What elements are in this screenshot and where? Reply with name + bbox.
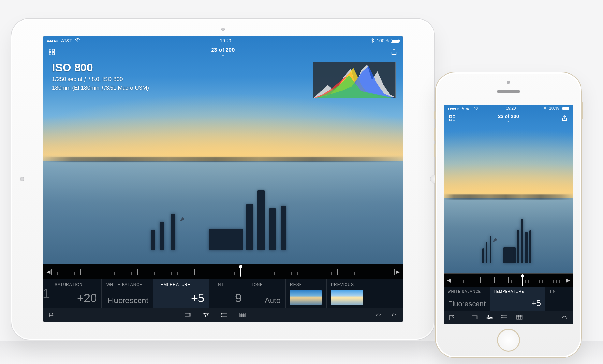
presets-icon[interactable] — [221, 312, 228, 317]
adjustment-panels: 1 SATURATION +20 WHITE BALANCE Fluoresce… — [43, 279, 403, 308]
battery-icon — [391, 39, 399, 43]
iphone-device: AT&T 19:20 100% — [435, 72, 582, 358]
svg-rect-5 — [185, 313, 190, 316]
status-bar: AT&T 19:20 100% — [444, 105, 573, 112]
undo-icon[interactable] — [561, 315, 568, 320]
panel-temperature[interactable]: TEMPERATURE +5 — [153, 279, 209, 308]
crop-icon[interactable] — [471, 315, 478, 320]
svg-rect-16 — [450, 119, 452, 121]
svg-rect-1 — [49, 49, 51, 51]
svg-rect-3 — [49, 53, 51, 55]
svg-point-6 — [204, 313, 205, 314]
panel-tone[interactable]: TONE Auto — [246, 279, 286, 308]
svg-rect-12 — [240, 313, 245, 317]
grid-icon[interactable] — [48, 49, 55, 56]
svg-rect-14 — [450, 116, 452, 118]
adjust-icon[interactable] — [202, 312, 210, 317]
panel-tint[interactable]: TINT 9 — [209, 279, 246, 308]
iphone-home-button[interactable] — [497, 329, 520, 352]
undo-icon[interactable] — [390, 312, 398, 317]
panel-tint-partial[interactable]: TIN — [545, 287, 573, 311]
svg-point-11 — [221, 316, 222, 317]
lens-label: 180mm (EF180mm ƒ/3.5L Macro USM) — [52, 84, 149, 92]
svg-point-20 — [490, 317, 492, 318]
wifi-icon — [474, 106, 478, 111]
grid-overlay-icon[interactable] — [239, 312, 246, 317]
svg-point-10 — [221, 315, 222, 315]
panel-reset[interactable]: RESET — [286, 279, 327, 308]
share-icon[interactable] — [390, 49, 398, 56]
bottom-toolbar — [444, 311, 573, 324]
iphone-volume-up — [434, 128, 436, 141]
redo-icon[interactable] — [375, 312, 382, 317]
chevron-down-icon[interactable]: ⌄ — [43, 53, 403, 57]
battery-icon — [562, 107, 569, 110]
svg-point-0 — [77, 41, 78, 42]
photo-viewport[interactable]: AT&T 19:20 100% — [43, 36, 403, 264]
svg-point-23 — [502, 317, 502, 318]
ipad-device: AT&T 19:20 100% — [11, 18, 435, 340]
carrier-label: AT&T — [462, 106, 471, 111]
wifi-icon — [75, 38, 80, 43]
svg-point-7 — [207, 314, 208, 315]
panel-temperature[interactable]: TEMPERATURE +5 — [490, 287, 545, 311]
ipad-screen: AT&T 19:20 100% — [43, 36, 403, 322]
app-top-bar: 23 of 200 ⌄ — [444, 112, 573, 124]
photo-counter[interactable]: 23 of 200 — [498, 113, 519, 119]
svg-point-21 — [488, 318, 490, 319]
svg-point-24 — [502, 319, 502, 319]
svg-rect-18 — [472, 316, 477, 319]
chevron-down-icon[interactable]: ⌄ — [444, 119, 573, 123]
panel-white-balance[interactable]: WHITE BALANCE Fluorescent — [102, 279, 153, 308]
status-bar: AT&T 19:20 100% — [43, 36, 403, 45]
svg-rect-2 — [52, 49, 54, 51]
iso-label: ISO 800 — [52, 61, 149, 74]
share-icon[interactable] — [561, 115, 568, 122]
svg-point-9 — [221, 313, 222, 314]
photo-metadata: ISO 800 1/250 sec at ƒ / 8.0, ISO 800 18… — [52, 61, 149, 92]
iphone-volume-down — [434, 144, 436, 157]
app-top-bar: 23 of 200 ⌄ — [43, 45, 403, 59]
slider-right-arrow[interactable]: ▶ — [394, 269, 401, 275]
presets-icon[interactable] — [501, 315, 508, 320]
photo-counter[interactable]: 23 of 200 — [211, 47, 235, 53]
svg-point-22 — [502, 315, 502, 316]
status-time: 19:20 — [220, 38, 231, 43]
ipad-home-dot — [20, 177, 24, 181]
iphone-power-button — [581, 102, 583, 119]
panel-white-balance[interactable]: WHITE BALANCE Fluorescent — [444, 287, 490, 311]
svg-point-13 — [476, 109, 477, 110]
grid-overlay-icon[interactable] — [516, 315, 523, 320]
bottom-toolbar — [43, 308, 403, 322]
battery-percent: 100% — [377, 38, 389, 43]
value-slider[interactable]: ◀ ▶ — [444, 273, 573, 287]
crop-icon[interactable] — [184, 312, 191, 317]
flag-icon[interactable] — [449, 315, 456, 320]
value-slider[interactable]: ◀ ▶ — [43, 264, 403, 279]
panel-saturation[interactable]: SATURATION +20 — [50, 279, 102, 308]
status-time: 19:20 — [506, 106, 516, 111]
iphone-earpiece — [497, 90, 520, 93]
svg-rect-17 — [453, 119, 455, 121]
battery-percent: 100% — [549, 106, 559, 111]
histogram[interactable] — [313, 62, 396, 98]
slider-left-arrow[interactable]: ◀ — [446, 277, 452, 283]
adjustment-panels: WHITE BALANCE Fluorescent TEMPERATURE +5… — [444, 287, 573, 311]
iphone-screen: AT&T 19:20 100% — [444, 105, 573, 324]
panel-previous[interactable]: PREVIOUS — [327, 279, 368, 308]
carrier-label: AT&T — [61, 38, 72, 43]
svg-point-19 — [488, 315, 489, 317]
flag-icon[interactable] — [48, 312, 55, 317]
photo-viewport[interactable]: AT&T 19:20 100% — [444, 105, 573, 273]
iphone-front-camera — [507, 81, 510, 84]
previous-thumbnail — [331, 290, 363, 305]
grid-icon[interactable] — [449, 115, 456, 122]
svg-point-8 — [205, 315, 206, 317]
adjust-icon[interactable] — [486, 315, 493, 320]
exposure-label: 1/250 sec at ƒ / 8.0, ISO 800 — [52, 75, 149, 84]
bluetooth-icon — [371, 38, 374, 44]
panel-edge-left[interactable]: 1 — [43, 279, 50, 308]
slider-right-arrow[interactable]: ▶ — [565, 277, 571, 283]
bluetooth-icon — [543, 106, 546, 111]
slider-left-arrow[interactable]: ◀ — [45, 269, 51, 275]
